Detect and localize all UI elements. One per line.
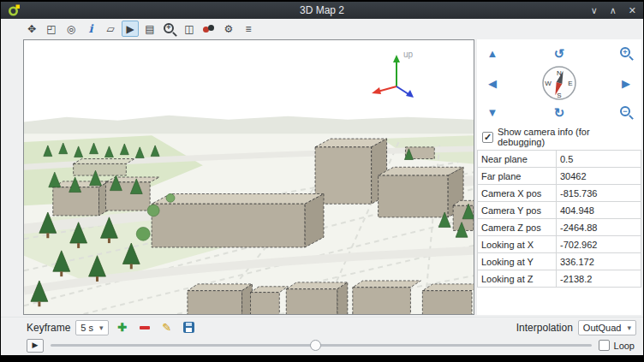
loop-label: Loop bbox=[614, 341, 635, 351]
zoom-out-button[interactable]: − bbox=[620, 106, 632, 118]
table-cell-label: Far plane bbox=[478, 168, 557, 185]
play-icon: ▶ bbox=[126, 24, 134, 34]
table-cell-value: 404.948 bbox=[557, 202, 641, 219]
export-scene-icon: ◫ bbox=[184, 24, 194, 34]
window-title: 3D Map 2 bbox=[1, 4, 643, 16]
navigation-icon: ◎ bbox=[67, 24, 75, 34]
zoom-full-icon: ◰ bbox=[46, 24, 56, 34]
3d-viewport[interactable]: up bbox=[23, 39, 474, 315]
compass[interactable]: N E S W bbox=[541, 65, 577, 101]
pencil-icon: ✎ bbox=[162, 322, 171, 333]
zoom-out-icon: − bbox=[620, 106, 630, 116]
camera-information-button[interactable]: i bbox=[82, 21, 99, 37]
move-right-button[interactable]: ▶ bbox=[622, 78, 630, 89]
table-cell-value: 30462 bbox=[557, 168, 641, 185]
table-cell-label: Looking at Z bbox=[478, 270, 557, 288]
gear-icon: ⚙ bbox=[224, 24, 234, 34]
save-image-icon: ▤ bbox=[145, 24, 154, 34]
add-keyframe-button[interactable]: ✚ bbox=[114, 319, 131, 336]
table-cell-label: Looking at Y bbox=[478, 253, 557, 270]
play-animation-button[interactable]: ▶ bbox=[122, 21, 139, 37]
zoom-full-button[interactable]: ◰ bbox=[43, 21, 60, 37]
play-icon: ▶ bbox=[33, 341, 39, 349]
table-cell-value: 336.172 bbox=[557, 253, 641, 270]
options-button[interactable]: ⚙ bbox=[220, 21, 237, 37]
measure-icon: ▱ bbox=[106, 24, 114, 34]
move-down-button[interactable]: ▼ bbox=[487, 107, 498, 118]
zoom-tool-button[interactable]: + bbox=[161, 21, 178, 37]
export-scene-button[interactable]: ◫ bbox=[181, 21, 198, 37]
loop-checkbox[interactable] bbox=[599, 340, 610, 351]
compass-south-label: S bbox=[557, 92, 561, 99]
interpolation-select[interactable]: OutQuad ▾ bbox=[578, 320, 636, 335]
keyframe-label: Keyframe bbox=[27, 322, 70, 334]
compass-east-label: E bbox=[568, 80, 572, 87]
camera-info-checkbox[interactable]: ✓ bbox=[482, 132, 493, 143]
table-cell-label: Camera X pos bbox=[478, 185, 557, 202]
magnifier-icon: + bbox=[164, 23, 176, 35]
camera-info-check-row: ✓ Show camera info (for debugging) bbox=[477, 125, 641, 150]
list-icon: ≡ bbox=[245, 24, 251, 34]
edit-keyframe-button[interactable]: ✎ bbox=[158, 319, 176, 336]
table-cell-label: Camera Y pos bbox=[478, 202, 557, 219]
table-cell-label: Looking at X bbox=[478, 236, 557, 253]
keyframe-duration-value: 5 s bbox=[80, 323, 93, 333]
measure-line-button[interactable]: ▱ bbox=[102, 21, 119, 37]
rotate-ccw-button[interactable]: ↺ bbox=[554, 47, 565, 60]
interpolation-value: OutQuad bbox=[583, 323, 622, 333]
table-cell-label: Camera Z pos bbox=[478, 219, 557, 236]
compass-north-label: N bbox=[557, 69, 562, 77]
minimize-button[interactable]: ∨ bbox=[591, 6, 598, 15]
camera-control-icon: ✥ bbox=[27, 24, 36, 34]
axis-up-label: up bbox=[403, 50, 414, 59]
export-animation-button[interactable] bbox=[181, 319, 198, 336]
save-image-button[interactable]: ▤ bbox=[141, 21, 158, 37]
move-up-button[interactable]: ▲ bbox=[487, 48, 498, 59]
rotate-cw-button[interactable]: ↻ bbox=[554, 106, 565, 119]
navigation-toggle-button[interactable]: ◎ bbox=[63, 21, 80, 37]
navigation-widget: ▲ ↺ + ◀ N E S W ▶ bbox=[477, 39, 641, 125]
keyframe-bar: Keyframe 5 s ▾ ✚ ✎ Interpolation OutQuad… bbox=[1, 317, 643, 337]
save-icon bbox=[183, 322, 194, 333]
zoom-in-button[interactable]: + bbox=[620, 47, 632, 59]
maximize-button[interactable]: ∧ bbox=[610, 6, 617, 15]
remove-keyframe-button[interactable] bbox=[136, 319, 153, 336]
minus-icon bbox=[140, 326, 150, 329]
slider-handle[interactable] bbox=[310, 340, 321, 351]
animation-timeline-slider[interactable] bbox=[51, 339, 592, 352]
move-left-button[interactable]: ◀ bbox=[488, 78, 497, 89]
effects-icon bbox=[203, 24, 215, 34]
3d-map-window: 3D Map 2 ∨ ∧ ✕ ✥ ◰ ◎ i ▱ ▶ ▤ + ◫ ⚙ ≡ bbox=[1, 2, 643, 355]
toolbar: ✥ ◰ ◎ i ▱ ▶ ▤ + ◫ ⚙ ≡ bbox=[1, 19, 643, 39]
info-icon: i bbox=[89, 22, 93, 35]
compass-west-label: W bbox=[545, 80, 552, 87]
table-cell-value: -702.962 bbox=[557, 236, 641, 253]
camera-control-button[interactable]: ✥ bbox=[23, 21, 40, 37]
titlebar[interactable]: 3D Map 2 ∨ ∧ ✕ bbox=[1, 2, 643, 19]
table-cell-value: -815.736 bbox=[557, 185, 641, 202]
axis-gizmo: up bbox=[367, 47, 429, 98]
playback-bar: ▶ Loop bbox=[1, 337, 643, 355]
zoom-in-icon: + bbox=[620, 47, 630, 57]
table-cell-value: 0.5 bbox=[557, 151, 641, 168]
desktop: 3D Map 2 ∨ ∧ ✕ ✥ ◰ ◎ i ▱ ▶ ▤ + ◫ ⚙ ≡ bbox=[0, 0, 644, 362]
chevron-down-icon: ▾ bbox=[99, 323, 104, 332]
table-cell-value: -2138.2 bbox=[557, 270, 641, 288]
loop-control: Loop bbox=[599, 340, 635, 351]
camera-info-checkbox-label: Show camera info (for debugging) bbox=[498, 127, 638, 147]
plus-icon: ✚ bbox=[117, 322, 127, 333]
camera-info-table: Near plane 0.5 Far plane 30462 Camera X … bbox=[477, 150, 641, 288]
table-cell-value: -2464.88 bbox=[557, 219, 641, 236]
chevron-down-icon: ▾ bbox=[627, 323, 631, 332]
main-area: up ▲ ↺ + ◀ bbox=[1, 39, 643, 317]
panel-filler bbox=[477, 288, 641, 315]
effects-button[interactable] bbox=[200, 21, 218, 37]
table-cell-label: Near plane bbox=[478, 151, 557, 168]
play-button[interactable]: ▶ bbox=[27, 339, 44, 353]
camera-panel: ▲ ↺ + ◀ N E S W ▶ bbox=[477, 39, 641, 315]
keyframe-duration-select[interactable]: 5 s ▾ bbox=[75, 320, 108, 335]
scene-settings-button[interactable]: ≡ bbox=[240, 21, 257, 37]
interpolation-label: Interpolation bbox=[516, 322, 573, 334]
close-button[interactable]: ✕ bbox=[629, 6, 636, 15]
